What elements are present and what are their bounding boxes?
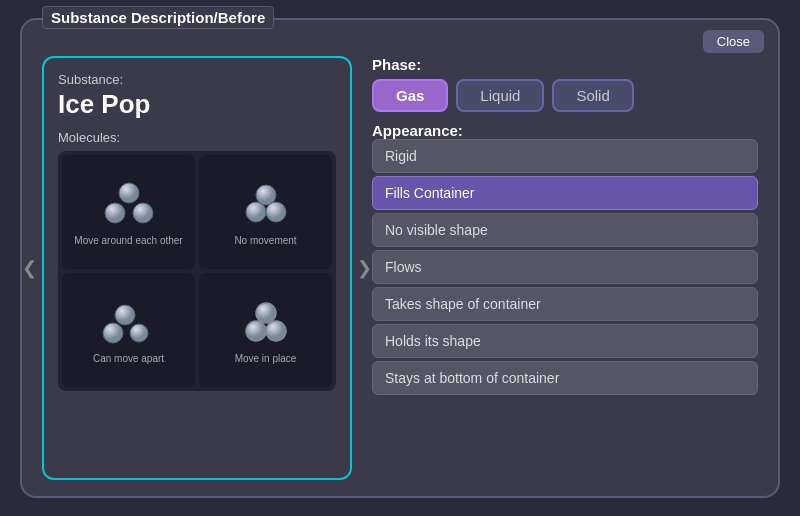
svg-point-2 <box>133 203 153 223</box>
left-column: Substance: Ice Pop Molecules: <box>42 56 352 480</box>
appearance-item-stays-bottom[interactable]: Stays at bottom of container <box>372 361 758 395</box>
svg-point-0 <box>119 183 139 203</box>
content-area: Substance: Ice Pop Molecules: <box>42 56 758 480</box>
molecule-cell-1[interactable]: Move around each other <box>62 155 195 269</box>
phase-label: Phase: <box>372 56 758 73</box>
appearance-item-fills[interactable]: Fills Container <box>372 176 758 210</box>
close-button[interactable]: Close <box>703 30 764 53</box>
molecule-icon-2 <box>234 179 298 231</box>
molecule-cell-4[interactable]: Move in place <box>199 273 332 387</box>
appearance-item-rigid[interactable]: Rigid <box>372 139 758 173</box>
molecule-cell-3[interactable]: Can move apart <box>62 273 195 387</box>
molecules-label: Molecules: <box>58 130 336 145</box>
appearance-section: Appearance: Rigid Fills Container No vis… <box>372 122 758 398</box>
svg-point-7 <box>103 323 123 343</box>
svg-point-4 <box>246 202 266 222</box>
phase-section: Phase: Gas Liquid Solid <box>372 56 758 112</box>
molecule-caption-4: Move in place <box>235 353 297 365</box>
molecule-icon-1 <box>97 179 161 231</box>
phase-liquid-button[interactable]: Liquid <box>456 79 544 112</box>
svg-point-8 <box>130 324 148 342</box>
phase-buttons: Gas Liquid Solid <box>372 79 758 112</box>
molecule-icon-4 <box>234 297 298 349</box>
molecule-caption-1: Move around each other <box>74 235 182 247</box>
svg-point-9 <box>256 303 276 323</box>
appearance-item-flows[interactable]: Flows <box>372 250 758 284</box>
appearance-label: Appearance: <box>372 122 758 139</box>
svg-point-10 <box>246 321 266 341</box>
appearance-item-holds-shape[interactable]: Holds its shape <box>372 324 758 358</box>
appearance-item-takes-shape[interactable]: Takes shape of container <box>372 287 758 321</box>
appearance-item-no-visible[interactable]: No visible shape <box>372 213 758 247</box>
svg-point-1 <box>105 203 125 223</box>
molecules-grid: Move around each other <box>58 151 336 391</box>
substance-label: Substance: <box>58 72 336 87</box>
molecule-caption-2: No movement <box>234 235 296 247</box>
phase-gas-button[interactable]: Gas <box>372 79 448 112</box>
phase-solid-button[interactable]: Solid <box>552 79 633 112</box>
molecule-caption-3: Can move apart <box>93 353 164 365</box>
panel-title: Substance Description/Before <box>42 6 274 29</box>
svg-point-6 <box>115 305 135 325</box>
substance-name: Ice Pop <box>58 89 336 120</box>
svg-point-11 <box>266 321 286 341</box>
svg-point-5 <box>266 202 286 222</box>
right-column: Phase: Gas Liquid Solid Appearance: Rigi… <box>372 56 758 480</box>
molecule-cell-2[interactable]: No movement <box>199 155 332 269</box>
molecule-icon-3 <box>97 297 161 349</box>
substance-panel: Substance Description/Before Close Subst… <box>20 18 780 498</box>
